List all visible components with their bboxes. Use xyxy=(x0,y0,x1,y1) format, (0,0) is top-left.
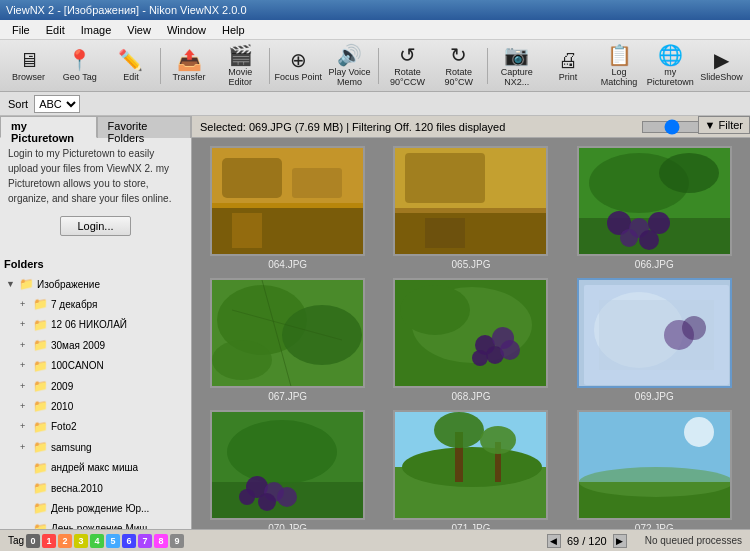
geotag-button[interactable]: 📍 Geo Tag xyxy=(55,43,104,89)
rotate-ccw-label: Rotate 90°CCW xyxy=(383,67,432,87)
toolbar-sep-1 xyxy=(160,48,161,84)
focus-point-button[interactable]: ⊕ Focus Point xyxy=(274,43,323,89)
slideshow-button[interactable]: ▶ SlideShow xyxy=(697,43,746,89)
menu-help[interactable]: Help xyxy=(214,22,253,38)
svg-point-42 xyxy=(227,420,337,484)
login-button[interactable]: Login... xyxy=(60,216,130,236)
edit-button[interactable]: ✏️ Edit xyxy=(106,43,155,89)
movie-label: Movie Editor xyxy=(216,67,265,87)
svg-point-45 xyxy=(258,493,276,511)
tab-favorite-folders[interactable]: Favorite Folders xyxy=(97,116,191,138)
folder-samsung[interactable]: + 📁 samsung xyxy=(18,437,187,457)
folder-foto2[interactable]: + 📁 Foto2 xyxy=(18,417,187,437)
folder-12jun[interactable]: + 📁 12 06 НИКОЛАЙ xyxy=(18,315,187,335)
thumb-067[interactable]: 067.JPG xyxy=(200,278,375,402)
folder-icon: 📁 xyxy=(19,274,34,294)
folder-root[interactable]: ▼ 📁 Изображение xyxy=(4,274,187,294)
svg-rect-9 xyxy=(395,213,548,256)
svg-point-14 xyxy=(659,153,719,193)
thumb-072[interactable]: 072.JPG xyxy=(567,410,742,529)
thumb-img-069 xyxy=(577,278,732,388)
tag-0[interactable]: 0 xyxy=(26,534,40,548)
voice-icon: 🔊 xyxy=(337,45,362,65)
folder-andrey[interactable]: 📁 андрей макс миша xyxy=(18,458,187,478)
movie-editor-button[interactable]: 🎬 Movie Editor xyxy=(216,43,265,89)
log-matching-button[interactable]: 📋 Log Matching xyxy=(595,43,644,89)
svg-point-39 xyxy=(682,316,706,340)
folder-birthday1[interactable]: 📁 День рождение Юр... xyxy=(18,498,187,518)
folder-100canon[interactable]: + 📁 100CANON xyxy=(18,356,187,376)
movie-icon: 🎬 xyxy=(228,45,253,65)
thumb-071[interactable]: 071.JPG xyxy=(383,410,558,529)
main-area: my Picturetown Favorite Folders Login to… xyxy=(0,116,750,529)
nav-next-button[interactable]: ▶ xyxy=(613,534,627,548)
folder-30may[interactable]: + 📁 30мая 2009 xyxy=(18,335,187,355)
content-status: Selected: 069.JPG (7.69 MB) | Filtering … xyxy=(200,121,505,133)
menu-edit[interactable]: Edit xyxy=(38,22,73,38)
svg-point-23 xyxy=(212,340,272,380)
tag-6[interactable]: 6 xyxy=(122,534,136,548)
thumb-img-066 xyxy=(577,146,732,256)
thumb-069[interactable]: 069.JPG xyxy=(567,278,742,402)
thumb-img-068 xyxy=(393,278,548,388)
print-icon: 🖨 xyxy=(558,50,578,70)
sort-label: Sort xyxy=(8,98,28,110)
svg-rect-8 xyxy=(405,153,485,203)
folder-2009[interactable]: + 📁 2009 xyxy=(18,376,187,396)
play-voice-button[interactable]: 🔊 Play Voice Memo xyxy=(325,43,374,89)
tag-8[interactable]: 8 xyxy=(154,534,168,548)
folder-birthday2[interactable]: 📁 День рождение Миш... xyxy=(18,519,187,529)
filter-button[interactable]: ▼ Filter xyxy=(698,116,750,134)
thumb-img-067 xyxy=(210,278,365,388)
toolbar: 🖥 Browser 📍 Geo Tag ✏️ Edit 📤 Transfer 🎬… xyxy=(0,40,750,92)
print-button[interactable]: 🖨 Print xyxy=(543,43,592,89)
capture-icon: 📷 xyxy=(504,45,529,65)
thumb-068[interactable]: 068.JPG xyxy=(383,278,558,402)
tag-5[interactable]: 5 xyxy=(106,534,120,548)
tag-3[interactable]: 3 xyxy=(74,534,88,548)
svg-rect-3 xyxy=(292,168,342,198)
folder-tree: ▼ 📁 Изображение + 📁 7 декабря + 📁 12 06 … xyxy=(4,274,187,529)
menu-window[interactable]: Window xyxy=(159,22,214,38)
toolbar-sep-4 xyxy=(487,48,488,84)
menu-view[interactable]: View xyxy=(119,22,159,38)
svg-point-46 xyxy=(277,487,297,507)
rotate-ccw-icon: ↺ xyxy=(399,45,416,65)
thumb-066[interactable]: 066.JPG xyxy=(567,146,742,270)
panel-tabs: my Picturetown Favorite Folders xyxy=(0,116,191,138)
tag-7[interactable]: 7 xyxy=(138,534,152,548)
folder-7dec[interactable]: + 📁 7 декабря xyxy=(18,294,187,314)
rotate-cw-button[interactable]: ↻ Rotate 90°CW xyxy=(434,43,483,89)
tag-9[interactable]: 9 xyxy=(170,534,184,548)
thumb-064[interactable]: 064.JPG xyxy=(200,146,375,270)
menu-image[interactable]: Image xyxy=(73,22,120,38)
tag-2[interactable]: 2 xyxy=(58,534,72,548)
svg-point-18 xyxy=(620,229,638,247)
transfer-button[interactable]: 📤 Transfer xyxy=(164,43,213,89)
capture-label: Capture NX2... xyxy=(492,67,541,87)
thumb-img-070 xyxy=(210,410,365,520)
menu-file[interactable]: File xyxy=(4,22,38,38)
browser-button[interactable]: 🖥 Browser xyxy=(4,43,53,89)
thumb-img-072 xyxy=(577,410,732,520)
rotate-ccw-button[interactable]: ↺ Rotate 90°CCW xyxy=(383,43,432,89)
folder-spring[interactable]: 📁 весна.2010 xyxy=(18,478,187,498)
slideshow-icon: ▶ xyxy=(714,50,729,70)
edit-label: Edit xyxy=(123,72,139,82)
picturetown-button[interactable]: 🌐 my Picturetown xyxy=(646,43,695,89)
rotate-cw-icon: ↻ xyxy=(450,45,467,65)
sort-select[interactable]: ABC Date Size Type xyxy=(34,95,80,113)
capture-button[interactable]: 📷 Capture NX2... xyxy=(492,43,541,89)
tag-4[interactable]: 4 xyxy=(90,534,104,548)
thumb-070[interactable]: 070.JPG xyxy=(200,410,375,529)
toolbar-sep-2 xyxy=(269,48,270,84)
folder-2010[interactable]: + 📁 2010 xyxy=(18,396,187,416)
tab-picturetown[interactable]: my Picturetown xyxy=(0,116,97,138)
thumb-065[interactable]: 065.JPG xyxy=(383,146,558,270)
nav-position: 69 / 120 xyxy=(567,535,607,547)
transfer-label: Transfer xyxy=(172,72,205,82)
tag-1[interactable]: 1 xyxy=(42,534,56,548)
nav-prev-button[interactable]: ◀ xyxy=(547,534,561,548)
size-slider[interactable] xyxy=(642,121,702,133)
content-header: Selected: 069.JPG (7.69 MB) | Filtering … xyxy=(192,116,750,138)
